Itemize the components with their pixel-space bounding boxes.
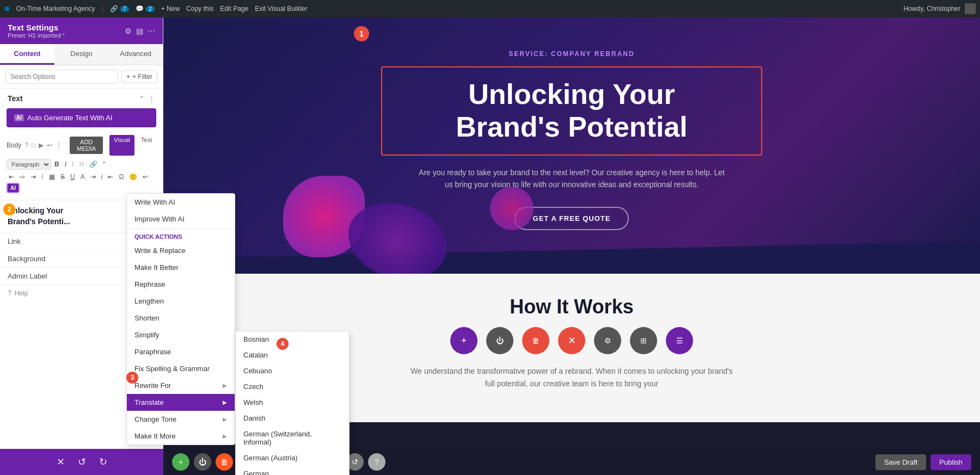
make-more-arrow-icon: ▶ [223,433,227,439]
text-section-header: Text ⌃ ⋮ [0,89,163,105]
editor-tab-visual[interactable]: Visual [109,135,134,156]
preview-line1: Unlocking Your [8,206,63,215]
make-more-item[interactable]: Make It More ▶ [127,428,235,445]
more-options-icon[interactable]: ⋮ [148,95,155,103]
copy-button[interactable]: Copy this [186,5,213,13]
panel-header: Text Settings Preset: H1 imported * ⚙ ▤ … [0,17,163,44]
how-icon-layout: ⊞ [630,327,657,354]
translate-arrow-icon: ▶ [223,399,227,405]
lengthen-item[interactable]: Lengthen [127,293,235,310]
tab-advanced[interactable]: Advanced [108,44,163,65]
hero-title-box[interactable]: Unlocking Your Brand's Potential [381,66,762,156]
text-section-title: Text [8,94,23,103]
align-center-button[interactable]: ⇨ [17,172,27,182]
tab-content[interactable]: Content [0,44,54,65]
lang-german[interactable]: German [236,466,349,475]
ai-text-indicator[interactable]: AI [7,183,20,193]
edit-page-button[interactable]: Edit Page [220,5,248,13]
how-desc: We understand the transformative power o… [408,365,735,390]
add-media-button[interactable]: ADD MEDIA [70,137,103,154]
emoji-button[interactable]: 🙂 [127,172,139,182]
outdent-button[interactable]: ⇤ [106,172,115,182]
comment-count-item: 💬 2 [136,5,155,13]
write-with-ai-item[interactable]: Write With AI [127,194,235,211]
make-better-item[interactable]: Make It Better [127,259,235,276]
search-input[interactable] [5,70,118,84]
lang-welsh[interactable]: Welsh [236,394,349,410]
redo-button[interactable]: ↻ [99,456,107,468]
undo-button[interactable]: ↺ [78,456,86,468]
rephrase-item[interactable]: Rephrase [127,276,235,293]
columns-icon[interactable]: ▤ [136,27,143,35]
omega-button[interactable]: Ω [117,172,126,182]
ol-button[interactable]: ∷ [77,159,86,169]
close-button[interactable]: ✕ [57,456,65,468]
new-button[interactable]: + New [161,5,180,13]
italic-button[interactable]: I [63,159,69,169]
help-label[interactable]: Help [15,289,28,297]
translate-item[interactable]: Translate ▶ [127,394,235,411]
underline-button[interactable]: U [68,172,77,182]
add-section-button[interactable]: + [172,453,189,471]
lang-german-swiss-informal[interactable]: German (Switzerland, Informal) [236,426,349,450]
lang-catalan[interactable]: Catalan [236,347,349,363]
editor-tab-text[interactable]: Text [137,135,156,156]
ul-button[interactable]: ⁝ [70,159,76,169]
change-tone-item[interactable]: Change Tone ▶ [127,411,235,428]
link-icon: 🔗 [110,5,118,13]
paraphrase-item[interactable]: Paraphrase [127,343,235,360]
ai-button-label: Auto Generate Text With AI [27,114,113,122]
lang-cebuano[interactable]: Cebuano [236,363,349,379]
dropdown-separator [127,229,235,229]
how-icon-1: + [450,327,477,354]
strikethrough-button[interactable]: S [58,172,67,182]
simplify-item[interactable]: Simplify [127,326,235,343]
align-justify-button[interactable]: ⁞ [39,172,46,182]
lang-czech[interactable]: Czech [236,379,349,394]
undo2-button[interactable]: ↩ [140,172,150,182]
delete-button[interactable]: 🗑 [216,453,233,471]
filter-icon: + [126,73,130,81]
body-question-icon[interactable]: ? [24,141,28,149]
body-code-icon[interactable]: □ [32,141,35,149]
publish-button[interactable]: Publish [930,454,971,470]
text-color-button[interactable]: A [78,172,87,182]
exit-builder-button[interactable]: Exit Visual Builder [255,5,308,13]
save-draft-button[interactable]: Save Draft [875,454,926,470]
how-icon-bars: ☰ [666,327,693,354]
improve-with-ai-item[interactable]: Improve With AI [127,211,235,227]
indent-button[interactable]: ⇥ [88,172,98,182]
filter-button[interactable]: + + Filter + Filter [121,70,157,83]
align-right-button[interactable]: ⇥ [28,172,38,182]
write-replace-item[interactable]: Write & Replace [127,242,235,259]
change-tone-arrow-icon: ▶ [223,416,227,422]
power-button[interactable]: ⏻ [194,453,211,471]
help-action-button[interactable]: ? [368,453,385,471]
how-title: How It Works [185,295,958,318]
body-cursor-icon[interactable]: ▶ [39,141,44,149]
tab-design[interactable]: Design [54,44,109,65]
lang-bosnian[interactable]: Bosnian [236,331,349,347]
site-name[interactable]: On-Time Marketing Agency [16,5,95,13]
rewrite-for-item[interactable]: Rewrite For ▶ [127,377,235,394]
shorten-item[interactable]: Shorten [127,310,235,326]
collapse-icon[interactable]: ⌃ [139,95,145,103]
link-button[interactable]: 🔗 [87,159,100,169]
quote-button[interactable]: " [101,159,107,169]
ai-generate-button[interactable]: AI Auto Generate Text With AI [7,108,156,127]
paragraph-select[interactable]: Paragraph [7,159,51,170]
lang-german-austria[interactable]: German (Austria) [236,450,349,466]
more-icon[interactable]: ⋯ [148,27,155,35]
body-label: Body [7,141,21,149]
body-more-icon[interactable]: ⋮ [56,141,62,149]
body-undo-icon[interactable]: ↩ [47,141,52,149]
italic2-button[interactable]: i [99,172,105,182]
align-left-button[interactable]: ⇤ [7,172,16,182]
bold-button[interactable]: B [52,159,62,169]
fix-spelling-item[interactable]: Fix Spelling & Grammar [127,360,235,377]
lang-danish[interactable]: Danish [236,410,349,426]
settings-icon[interactable]: ⚙ [125,27,132,35]
columns-button[interactable]: ▦ [47,172,57,182]
editor-area: Body ? □ ▶ ↩ ⋮ ADD MEDIA Visual Text Par… [0,131,163,200]
step2-badge: 2 [3,203,15,215]
